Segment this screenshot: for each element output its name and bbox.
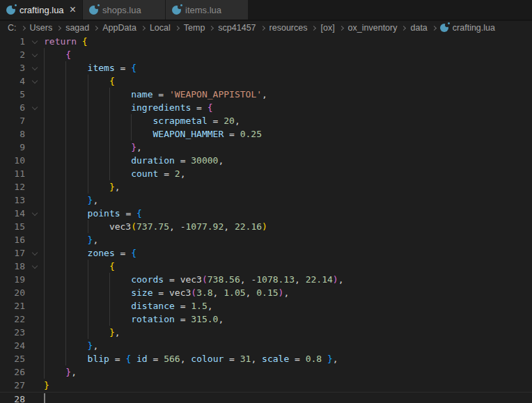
code-line-content[interactable]: count = 2,	[44, 167, 185, 180]
code-line[interactable]: 2{	[0, 48, 532, 61]
breadcrumb-item-sagad[interactable]: sagad	[65, 23, 90, 33]
code-line[interactable]: 7scrapmetal = 20,	[0, 114, 532, 127]
line-number[interactable]: 12	[0, 180, 25, 193]
code-line[interactable]: 1return {	[0, 35, 532, 48]
code-line-content[interactable]: WEAPON_HAMMER = 0.25	[44, 127, 262, 141]
fold-chevron-icon[interactable]	[25, 35, 44, 48]
tab-crafting.lua[interactable]: crafting.lua×	[0, 0, 83, 19]
code-editor[interactable]: 1return {2{3items = {4{5name = 'WEAPON_A…	[0, 35, 532, 403]
line-number[interactable]: 2	[0, 48, 25, 61]
line-number[interactable]: 28	[0, 393, 25, 403]
breadcrumb-item-local[interactable]: Local	[149, 23, 171, 33]
code-line[interactable]: 25blip = { id = 566, colour = 31, scale …	[0, 352, 532, 365]
line-number[interactable]: 8	[0, 127, 25, 141]
line-number[interactable]: 9	[0, 141, 25, 154]
fold-chevron-icon[interactable]	[25, 260, 44, 273]
code-line-content[interactable]: rotation = 315.0,	[44, 313, 224, 326]
line-number[interactable]: 7	[0, 114, 25, 127]
line-number[interactable]: 18	[0, 260, 25, 273]
line-number[interactable]: 16	[0, 233, 25, 246]
fold-chevron-icon[interactable]	[25, 48, 44, 61]
code-line[interactable]: 11count = 2,	[0, 167, 532, 180]
code-line-content[interactable]: },	[44, 233, 98, 246]
breadcrumb-item-appdata[interactable]: AppData	[102, 23, 137, 33]
line-number[interactable]: 13	[0, 193, 25, 207]
fold-chevron-icon[interactable]	[25, 74, 44, 88]
code-line[interactable]: 14points = {	[0, 207, 532, 220]
line-number[interactable]: 22	[0, 313, 25, 326]
line-number[interactable]: 5	[0, 88, 25, 101]
code-line[interactable]: 13},	[0, 193, 532, 207]
code-line[interactable]: 4{	[0, 74, 532, 88]
line-number[interactable]: 14	[0, 207, 25, 220]
line-number[interactable]: 24	[0, 339, 25, 352]
code-line[interactable]: 28	[0, 392, 532, 403]
code-line-content[interactable]: distance = 1.5,	[44, 299, 213, 313]
code-line[interactable]: 22rotation = 315.0,	[0, 313, 532, 326]
code-line-content[interactable]: size = vec3(3.8, 1.05, 0.15),	[44, 286, 289, 299]
breadcrumb-item--ox-[interactable]: [ox]	[320, 23, 335, 33]
tab-items.lua[interactable]: items.lua	[166, 0, 249, 19]
line-number[interactable]: 25	[0, 352, 25, 365]
line-number[interactable]: 6	[0, 101, 25, 114]
code-line[interactable]: 15vec3(737.75, -1077.92, 22.16)	[0, 220, 532, 233]
code-line-content[interactable]: duration = 30000,	[44, 154, 224, 167]
code-line[interactable]: 27}	[0, 379, 532, 392]
code-line-content[interactable]: {	[44, 74, 115, 88]
code-line-content[interactable]: ingredients = {	[44, 101, 213, 114]
code-line-content[interactable]: },	[44, 193, 98, 207]
code-line-content[interactable]: items = {	[44, 61, 136, 74]
close-icon[interactable]: ×	[70, 4, 76, 15]
code-line-content[interactable]: points = {	[44, 207, 142, 220]
code-line[interactable]: 24},	[0, 339, 532, 352]
breadcrumb-item-users[interactable]: Users	[29, 23, 54, 33]
breadcrumb-item-scp41457[interactable]: scp41457	[217, 23, 256, 33]
breadcrumb-item-resources[interactable]: resources	[269, 23, 308, 33]
line-number[interactable]: 4	[0, 74, 25, 88]
tab-shops.lua[interactable]: shops.lua	[83, 0, 166, 19]
line-number[interactable]: 19	[0, 273, 25, 286]
code-line[interactable]: 17zones = {	[0, 246, 532, 260]
code-line[interactable]: 10duration = 30000,	[0, 154, 532, 167]
code-line-content[interactable]	[44, 393, 45, 403]
code-line-content[interactable]: vec3(737.75, -1077.92, 22.16)	[44, 220, 267, 233]
breadcrumb-item-data[interactable]: data	[409, 23, 428, 33]
line-number[interactable]: 27	[0, 379, 25, 392]
code-line[interactable]: 23},	[0, 326, 532, 339]
line-number[interactable]: 23	[0, 326, 25, 339]
line-number[interactable]: 11	[0, 167, 25, 180]
code-line-content[interactable]: },	[44, 365, 77, 379]
code-line[interactable]: 9},	[0, 141, 532, 154]
code-line-content[interactable]: name = 'WEAPON_APPISTOL',	[44, 88, 267, 101]
line-number[interactable]: 20	[0, 286, 25, 299]
code-line-content[interactable]: blip = { id = 566, colour = 31, scale = …	[44, 352, 338, 365]
code-line[interactable]: 18{	[0, 260, 532, 273]
code-line-content[interactable]: },	[44, 339, 98, 352]
breadcrumb-item-ox-inventory[interactable]: ox_inventory	[347, 23, 398, 33]
code-line-content[interactable]: return {	[44, 35, 88, 48]
code-line[interactable]: 16},	[0, 233, 532, 246]
breadcrumb-item-c-[interactable]: C:	[7, 23, 17, 33]
code-line[interactable]: 26},	[0, 365, 532, 379]
code-line[interactable]: 21distance = 1.5,	[0, 299, 532, 313]
code-line[interactable]: 8WEAPON_HAMMER = 0.25	[0, 127, 532, 141]
fold-chevron-icon[interactable]	[25, 61, 44, 74]
line-number[interactable]: 15	[0, 220, 25, 233]
line-number[interactable]: 26	[0, 365, 25, 379]
code-line-content[interactable]: },	[44, 141, 142, 154]
line-number[interactable]: 21	[0, 299, 25, 313]
code-line[interactable]: 3items = {	[0, 61, 532, 74]
code-line[interactable]: 5name = 'WEAPON_APPISTOL',	[0, 88, 532, 101]
code-line-content[interactable]: coords = vec3(738.56, -1078.13, 22.14),	[44, 273, 343, 286]
line-number[interactable]: 1	[0, 35, 25, 48]
fold-chevron-icon[interactable]	[25, 246, 44, 260]
code-line-content[interactable]: },	[44, 326, 120, 339]
code-line[interactable]: 20size = vec3(3.8, 1.05, 0.15),	[0, 286, 532, 299]
code-line-content[interactable]: {	[44, 260, 115, 273]
breadcrumb-item-temp[interactable]: Temp	[183, 23, 206, 33]
code-line[interactable]: 19coords = vec3(738.56, -1078.13, 22.14)…	[0, 273, 532, 286]
code-line[interactable]: 12},	[0, 180, 532, 193]
fold-chevron-icon[interactable]	[25, 207, 44, 220]
breadcrumb-item-crafting-lua[interactable]: crafting.lua	[452, 23, 496, 33]
line-number[interactable]: 10	[0, 154, 25, 167]
